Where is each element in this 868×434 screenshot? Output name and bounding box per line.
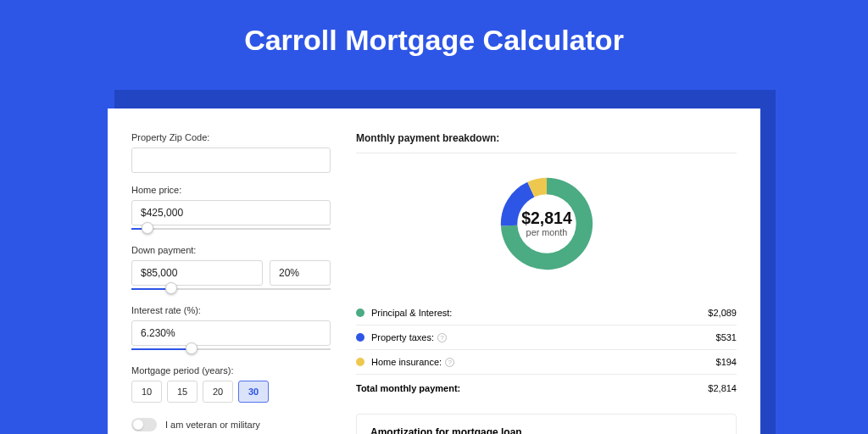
total-value: $2,814 — [708, 383, 737, 393]
period-option-15[interactable]: 15 — [167, 381, 198, 403]
breakdown-panel: Monthly payment breakdown: $2,814 per mo… — [348, 108, 760, 434]
down-payment-label: Down payment: — [131, 245, 331, 255]
down-payment-slider[interactable] — [131, 285, 331, 293]
slider-track — [131, 228, 331, 230]
veteran-toggle[interactable] — [131, 418, 157, 431]
legend-dot — [356, 309, 364, 317]
legend: Principal & Interest:$2,089Property taxe… — [356, 301, 737, 400]
legend-label: Principal & Interest: — [371, 308, 452, 318]
slider-fill — [131, 348, 192, 350]
amortization-heading: Amortization for mortgage loan — [370, 426, 722, 434]
slider-thumb[interactable] — [165, 282, 177, 294]
legend-label: Property taxes: — [371, 332, 434, 342]
legend-value: $531 — [716, 332, 737, 342]
interest-rate-slider[interactable] — [131, 345, 331, 353]
period-option-20[interactable]: 20 — [203, 381, 233, 403]
legend-label: Home insurance: — [371, 357, 442, 367]
legend-row: Principal & Interest:$2,089 — [356, 301, 737, 325]
period-option-30[interactable]: 30 — [238, 381, 269, 403]
interest-rate-input[interactable] — [131, 320, 331, 346]
legend-row: Property taxes:?$531 — [356, 325, 737, 349]
donut-subtext: per month — [526, 227, 567, 237]
interest-rate-label: Interest rate (%): — [131, 305, 331, 315]
help-icon[interactable]: ? — [437, 333, 447, 342]
home-price-label: Home price: — [131, 185, 331, 195]
slider-thumb[interactable] — [186, 342, 198, 354]
donut-amount: $2,814 — [521, 209, 572, 227]
calculator-card: Property Zip Code: Home price: Down paym… — [108, 108, 760, 434]
help-icon[interactable]: ? — [445, 358, 454, 367]
legend-dot — [356, 333, 364, 342]
down-payment-input[interactable] — [131, 260, 263, 286]
total-label: Total monthly payment: — [356, 383, 460, 393]
home-price-input[interactable] — [131, 200, 331, 225]
slider-thumb[interactable] — [142, 222, 153, 234]
veteran-label: I am veteran or military — [165, 420, 260, 430]
zip-label: Property Zip Code: — [131, 132, 331, 142]
divider — [356, 153, 737, 153]
down-payment-pct-input[interactable] — [270, 260, 331, 286]
mortgage-period-label: Mortgage period (years): — [131, 365, 331, 376]
legend-row: Home insurance:?$194 — [356, 349, 737, 374]
legend-value: $194 — [716, 357, 737, 367]
legend-dot — [356, 358, 364, 366]
period-option-10[interactable]: 10 — [131, 381, 162, 403]
amortization-section: Amortization for mortgage loan Amortizat… — [356, 414, 737, 434]
form-panel: Property Zip Code: Home price: Down paym… — [108, 108, 348, 434]
legend-value: $2,089 — [708, 308, 737, 318]
zip-input[interactable] — [131, 147, 331, 173]
mortgage-period-group: 10152030 — [131, 381, 331, 403]
home-price-slider[interactable] — [131, 225, 331, 233]
breakdown-heading: Monthly payment breakdown: — [356, 132, 737, 144]
page-title: Carroll Mortgage Calculator — [0, 0, 868, 77]
legend-total-row: Total monthly payment:$2,814 — [356, 374, 737, 400]
donut-chart: $2,814 per month — [356, 162, 737, 291]
